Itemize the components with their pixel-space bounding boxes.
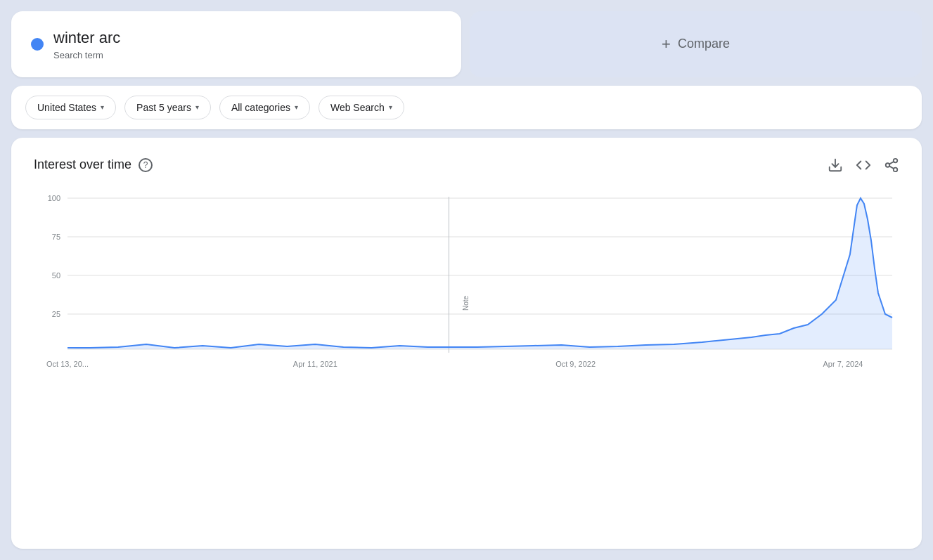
search-type-label: Web Search bbox=[330, 102, 385, 113]
share-button[interactable] bbox=[884, 157, 899, 173]
chart-area: 100 75 50 25 Note Oct 13, 20... Apr 11, … bbox=[34, 184, 899, 381]
search-term-subtitle: Search term bbox=[53, 50, 120, 60]
download-button[interactable] bbox=[828, 157, 843, 173]
y-label-100: 100 bbox=[48, 194, 60, 202]
region-label: United States bbox=[37, 102, 96, 113]
search-dot bbox=[31, 38, 44, 51]
trend-line bbox=[67, 198, 892, 348]
svg-line-4 bbox=[889, 166, 894, 169]
x-label-1: Apr 11, 2021 bbox=[293, 360, 337, 368]
compare-label: Compare bbox=[678, 37, 730, 51]
compare-card[interactable]: + Compare bbox=[470, 11, 922, 77]
region-chevron-icon: ▾ bbox=[101, 103, 104, 111]
embed-button[interactable] bbox=[856, 157, 871, 173]
chart-title: Interest over time bbox=[34, 157, 131, 172]
svg-line-5 bbox=[889, 162, 894, 164]
search-term-text: winter arc Search term bbox=[53, 28, 120, 60]
trend-area bbox=[67, 198, 892, 349]
chart-card: Interest over time ? bbox=[11, 138, 922, 549]
y-label-50: 50 bbox=[52, 271, 60, 280]
chart-svg: 100 75 50 25 Note Oct 13, 20... Apr 11, … bbox=[34, 184, 899, 381]
y-label-25: 25 bbox=[52, 310, 60, 318]
region-filter[interactable]: United States ▾ bbox=[25, 96, 116, 119]
search-term-title: winter arc bbox=[53, 28, 120, 48]
chart-title-section: Interest over time ? bbox=[34, 157, 153, 172]
search-type-chevron-icon: ▾ bbox=[389, 103, 392, 111]
filter-bar: United States ▾ Past 5 years ▾ All categ… bbox=[11, 86, 922, 129]
top-section: winter arc Search term + Compare bbox=[11, 11, 922, 77]
x-label-2: Oct 9, 2022 bbox=[555, 360, 596, 368]
period-label: Past 5 years bbox=[136, 102, 191, 113]
y-label-75: 75 bbox=[52, 233, 60, 241]
search-term-card: winter arc Search term bbox=[11, 11, 461, 77]
categories-chevron-icon: ▾ bbox=[295, 103, 298, 111]
search-type-filter[interactable]: Web Search ▾ bbox=[318, 96, 404, 119]
chart-header: Interest over time ? bbox=[34, 157, 899, 173]
page-wrapper: winter arc Search term + Compare United … bbox=[0, 0, 933, 560]
compare-plus-icon: + bbox=[662, 35, 671, 53]
period-filter[interactable]: Past 5 years ▾ bbox=[124, 96, 211, 119]
period-chevron-icon: ▾ bbox=[195, 103, 199, 111]
note-text: Note bbox=[462, 295, 470, 311]
help-icon[interactable]: ? bbox=[139, 158, 153, 172]
categories-filter[interactable]: All categories ▾ bbox=[219, 96, 310, 119]
chart-actions bbox=[828, 157, 899, 173]
categories-label: All categories bbox=[231, 102, 290, 113]
x-label-0: Oct 13, 20... bbox=[46, 360, 89, 368]
x-label-3: Apr 7, 2024 bbox=[823, 360, 863, 368]
